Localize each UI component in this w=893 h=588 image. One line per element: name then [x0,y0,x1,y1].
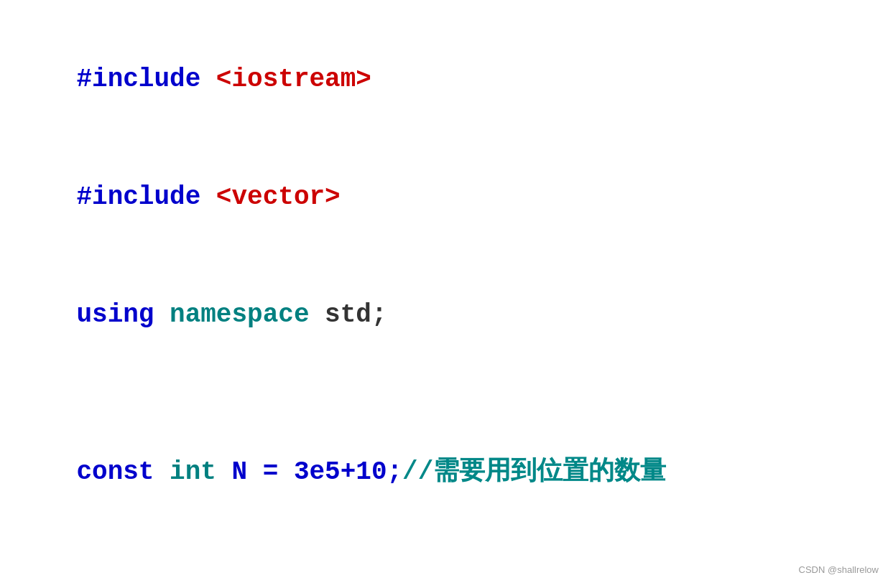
using-keyword: using [76,300,170,330]
const-keyword: const [76,457,170,487]
namespace-keyword: namespace [170,300,309,330]
int-keyword-const: int [170,457,216,487]
code-line-1: #include <iostream> [14,22,879,138]
comment-positions-count: //需要用到位置的数量 [402,457,666,487]
empty-line-1 [14,375,879,414]
code-line-7: int n, m; [14,571,879,588]
code-line-3: using namespace std; [14,257,879,373]
empty-line-2 [14,532,879,571]
std-text: std; [309,300,387,330]
n-assignment: N = 3e5+10; [216,457,402,487]
code-line-5: const int N = 3e5+10;//需要用到位置的数量 [14,414,879,531]
watermark: CSDN @shallrelow [799,564,879,575]
vector-header: <vector> [216,182,341,212]
code-block: #include <iostream> #include <vector> us… [0,0,893,588]
include-keyword-2: #include [76,182,216,212]
iostream-header: <iostream> [216,65,371,94]
code-line-2: #include <vector> [14,139,879,256]
include-keyword-1: #include [76,65,216,94]
